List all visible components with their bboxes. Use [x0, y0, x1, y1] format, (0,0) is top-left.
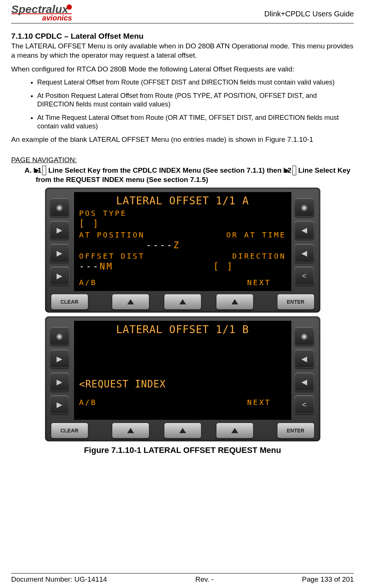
circle-icon: ◉	[301, 331, 307, 341]
clear-label: CLEAR	[60, 427, 78, 434]
enter-button[interactable]: ENTER	[277, 294, 314, 310]
figure-caption: Figure 7.1.10-1 LATERAL OFFSET REQUEST M…	[11, 445, 354, 456]
arrow-up-button-2[interactable]	[164, 294, 201, 310]
cdu-panel-a: ◉ ▶ ▶ ▶ LATERAL OFFSET 1/1 A POS TYPE [ …	[45, 188, 320, 313]
lsk-left-col: ◉ ▶ ▶ ▶	[49, 321, 71, 420]
play-icon: ▶	[57, 377, 62, 387]
page-number: Page 133 of 201	[302, 575, 354, 584]
logo-text: Spectralux	[11, 3, 68, 15]
screen-title: LATERAL OFFSET 1/1 B	[79, 323, 286, 336]
time-suffix: Z	[173, 240, 180, 250]
arrow-up-icon	[231, 299, 238, 304]
list-item: At Position Request Lateral Offset from …	[37, 92, 354, 109]
offset-dashes: ---	[79, 261, 100, 272]
key-l2: L2	[292, 166, 296, 176]
arrow-up-icon	[179, 299, 186, 304]
logo-top: Spectralux	[11, 4, 72, 15]
doc-title: Dlink+CPDLC Users Guide	[264, 9, 354, 19]
pos-type-label: POS TYPE	[79, 208, 286, 218]
page-footer: Document Number: UG-14114 Rev. - Page 13…	[11, 573, 354, 584]
left-icon: ◀	[301, 225, 307, 235]
arrow-up-icon	[231, 428, 238, 433]
arrow-up-icon	[179, 428, 186, 433]
bottom-bar-a: CLEAR ENTER	[49, 291, 316, 310]
offset-unit: NM	[100, 261, 113, 272]
lsk-r4-button[interactable]: <	[294, 266, 314, 285]
list-item: At Time Request Lateral Offset from Rout…	[37, 114, 354, 131]
next-label: NEXT	[247, 397, 271, 407]
play-icon: ▶	[57, 354, 62, 364]
lsk-r1-button[interactable]: ◉	[294, 327, 314, 345]
clear-button[interactable]: CLEAR	[51, 423, 88, 438]
nav-step-a: A. ► L1 Line Select Key from the CPDLC I…	[25, 166, 354, 185]
enter-label: ENTER	[287, 298, 304, 305]
direction-value: [ ]	[213, 261, 234, 272]
time-dashes: ----	[146, 240, 174, 250]
lsk-right-col: ◉ ◀ ◀ <	[294, 321, 316, 420]
arrow-up-icon	[127, 428, 134, 433]
bullet-list: Request Lateral Offset from Route (OFFSE…	[11, 78, 354, 131]
bottom-bar-b: CLEAR ENTER	[49, 420, 316, 438]
arrow-up-button-1[interactable]	[112, 294, 149, 310]
lsk-r1-button[interactable]: ◉	[294, 198, 314, 217]
or-at-time-label: OR AT TIME	[226, 230, 286, 240]
at-position-label: AT POSITION	[79, 230, 145, 240]
key-l1: L1	[42, 166, 46, 176]
config-text: When configured for RTCA DO 280B Mode th…	[11, 65, 354, 74]
clear-button[interactable]: CLEAR	[51, 294, 88, 310]
arrow-up-button-3[interactable]	[216, 423, 253, 438]
arrow-up-button-3[interactable]	[216, 294, 253, 310]
lsk-l1-button[interactable]: ◉	[49, 198, 70, 217]
play-icon: ▶	[57, 400, 62, 409]
lsk-l2-button[interactable]: ▶	[49, 349, 70, 368]
arrow-up-button-1[interactable]	[112, 423, 149, 438]
screen-a: LATERAL OFFSET 1/1 A POS TYPE [ ] AT POS…	[74, 192, 291, 291]
arrow-up-button-2[interactable]	[164, 423, 201, 438]
left-icon: ◀	[301, 248, 307, 258]
lsk-r3-button[interactable]: ◀	[294, 373, 314, 391]
page-header: Spectralux avionics Dlink+CPDLC Users Gu…	[11, 4, 354, 23]
pos-type-value: [ ]	[79, 218, 286, 230]
clear-label: CLEAR	[60, 298, 78, 305]
enter-label: ENTER	[287, 427, 304, 434]
lsk-r4-button[interactable]: <	[294, 395, 314, 414]
next-label: NEXT	[247, 278, 271, 287]
lsk-l3-button[interactable]: ▶	[49, 373, 70, 391]
circle-icon: ◉	[56, 202, 63, 212]
lsk-r3-button[interactable]: ◀	[294, 244, 314, 262]
play-icon: ▶	[57, 225, 62, 235]
cdu-panel-b: ◉ ▶ ▶ ▶ LATERAL OFFSET 1/1 B <REQUEST IN…	[45, 316, 320, 441]
nav-mid1: Line Select Key from the CPDLC INDEX Men…	[46, 166, 292, 174]
back-icon: <	[302, 271, 307, 281]
enter-button[interactable]: ENTER	[277, 423, 314, 438]
revision: Rev. -	[195, 575, 214, 584]
circle-icon: ◉	[301, 202, 307, 212]
logo-dot-icon	[67, 4, 72, 10]
page-navigation-label: PAGE NAVIGATION:	[11, 156, 354, 165]
play-icon: ▶	[57, 271, 62, 281]
lsk-right-col: ◉ ◀ ◀ <	[294, 192, 316, 291]
direction-label: DIRECTION	[232, 251, 286, 261]
offset-dist-value: ---NM	[79, 261, 113, 272]
lsk-l3-button[interactable]: ▶	[49, 244, 70, 262]
logo: Spectralux avionics	[11, 4, 72, 22]
screen-title: LATERAL OFFSET 1/1 A	[79, 194, 286, 208]
request-index-link: <REQUEST INDEX	[79, 378, 286, 391]
doc-number: Document Number: UG-14114	[11, 575, 107, 584]
lsk-l4-button[interactable]: ▶	[49, 395, 70, 414]
ab-label: A/B	[79, 397, 97, 407]
lsk-l4-button[interactable]: ▶	[49, 266, 70, 285]
example-text: An example of the blank LATERAL OFFSET M…	[11, 135, 354, 144]
back-icon: <	[302, 400, 307, 409]
lsk-l2-button[interactable]: ▶	[49, 221, 70, 239]
circle-icon: ◉	[56, 331, 63, 341]
lsk-r2-button[interactable]: ◀	[294, 349, 314, 368]
lsk-l1-button[interactable]: ◉	[49, 327, 70, 345]
time-value: ----Z	[146, 240, 180, 251]
lsk-left-col: ◉ ▶ ▶ ▶	[49, 192, 71, 291]
left-icon: ◀	[301, 377, 307, 387]
offset-dist-label: OFFSET DIST	[79, 251, 145, 261]
section-heading: 7.1.10 CPDLC – Lateral Offset Menu	[11, 31, 354, 41]
screen-b: LATERAL OFFSET 1/1 B <REQUEST INDEX A/B …	[74, 321, 291, 420]
lsk-r2-button[interactable]: ◀	[294, 221, 314, 239]
